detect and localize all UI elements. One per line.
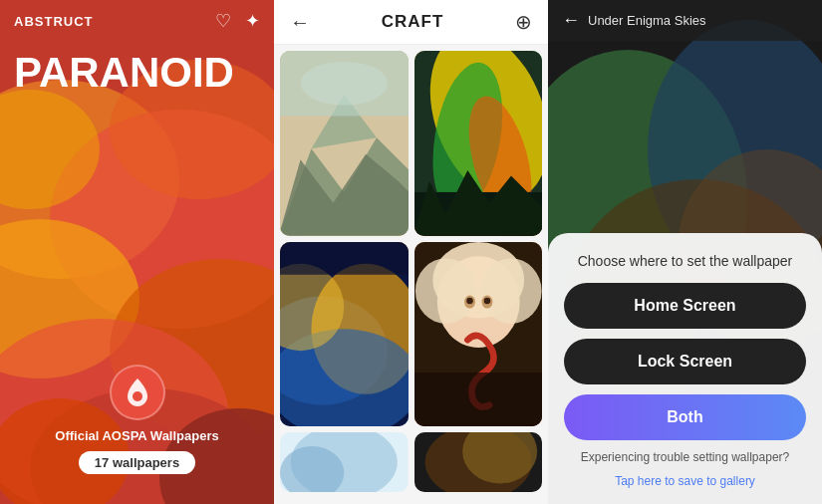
wallpaper-thumb-2[interactable] xyxy=(414,51,543,236)
wallpaper-thumb-3[interactable] xyxy=(280,242,409,427)
right-back-icon[interactable]: ← xyxy=(562,10,580,31)
svg-point-17 xyxy=(301,62,388,106)
dialog-choose-text: Choose where to set the wallpaper xyxy=(564,253,806,269)
lock-screen-button[interactable]: Lock Screen xyxy=(564,339,806,384)
wallpaper-dialog: Choose where to set the wallpaper Home S… xyxy=(548,233,822,504)
svg-point-34 xyxy=(480,258,541,324)
svg-point-33 xyxy=(414,258,475,324)
official-text: Official AOSPA Wallpapers xyxy=(55,428,218,443)
left-panel: ABSTRUCT ♡ ✦ PARANOID Official AOSPA Wal… xyxy=(0,0,274,504)
middle-panel: ← CRAFT ⊕ xyxy=(274,0,548,504)
paranoid-title: PARANOID xyxy=(0,42,274,104)
heart-icon[interactable]: ♡ xyxy=(215,10,231,32)
gallery-link[interactable]: Tap here to save to gallery xyxy=(564,474,806,488)
craft-title: CRAFT xyxy=(382,12,444,32)
craft-settings-icon[interactable]: ⊕ xyxy=(515,10,532,34)
right-header: ← Under Enigma Skies xyxy=(548,0,822,41)
middle-header: ← CRAFT ⊕ xyxy=(274,0,548,45)
aospa-logo xyxy=(110,365,165,420)
wallpaper-thumb-5[interactable] xyxy=(280,432,409,492)
trouble-text: Experiencing trouble setting wallpaper? xyxy=(564,450,806,464)
right-panel: ← Under Enigma Skies Choose where to set… xyxy=(548,0,822,504)
back-button[interactable]: ← xyxy=(290,11,310,34)
right-header-title: Under Enigma Skies xyxy=(588,13,706,28)
bottom-thumbs-row xyxy=(274,432,548,492)
wallpapers-badge: 17 wallpapers xyxy=(79,451,195,474)
grid-icon[interactable]: ✦ xyxy=(245,10,260,32)
svg-point-38 xyxy=(483,297,490,304)
svg-rect-29 xyxy=(280,242,409,275)
wallpaper-thumb-4[interactable] xyxy=(414,242,543,427)
left-bottom-content: Official AOSPA Wallpapers 17 wallpapers xyxy=(0,365,274,474)
left-header: ABSTRUCT ♡ ✦ xyxy=(0,0,274,42)
svg-point-37 xyxy=(466,297,473,304)
svg-point-11 xyxy=(133,391,142,401)
wallpaper-thumb-1[interactable] xyxy=(280,51,409,236)
svg-rect-39 xyxy=(414,373,543,427)
wallpaper-thumb-6[interactable] xyxy=(414,432,543,492)
wallpaper-grid xyxy=(274,45,548,432)
app-name: ABSTRUCT xyxy=(14,14,94,29)
both-button[interactable]: Both xyxy=(564,394,806,440)
home-screen-button[interactable]: Home Screen xyxy=(564,283,806,329)
